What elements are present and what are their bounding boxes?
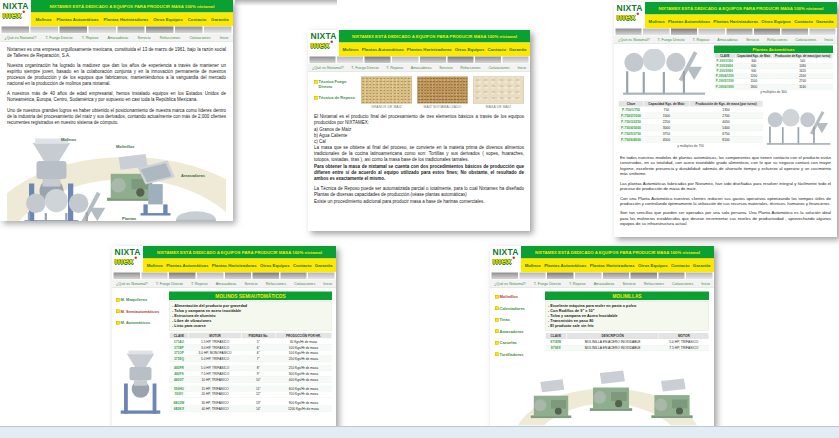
main-nav-link[interactable]: Garantía [315,263,332,268]
nixtamal-top-row: Técnica Fuego DirectoTécnica de Reposo G… [314,77,524,109]
sub-nav-link[interactable]: Amasadoras [411,65,432,70]
nixtamex-logo[interactable]: NIXTA mex [308,30,339,56]
sub-nav-link[interactable]: Amasadoras [717,37,738,42]
main-nav-link[interactable]: Plantas Automáticas [166,263,208,268]
sub-nav-link[interactable]: Cotizaciones [189,35,210,40]
sub-nav-link[interactable]: T. Reposo [569,281,586,286]
sidebar-link[interactable]: Técnica de Reposo [314,96,361,101]
sub-nav-link[interactable]: Inicio [701,281,710,286]
table-cell: MOLINILLA EN ACERO INOXIDABLE [566,345,659,351]
main-nav-link[interactable]: Otros Equipos [260,263,290,268]
sub-nav-link[interactable]: T. Fuego Directo [45,35,72,40]
sidebar-link[interactable]: Cazuelas [495,341,545,346]
sub-nav-link[interactable]: ¿Qué es Nixtamal? [618,37,650,42]
sub-nav-link[interactable]: Servicio [746,37,759,42]
main-nav-link[interactable]: Contacto [293,263,312,268]
main-nav-link[interactable]: Molinos [649,19,665,24]
sub-nav-link[interactable]: Inicio [323,281,332,286]
sub-nav-link[interactable]: Refacciones [460,65,480,70]
sub-nav-link[interactable]: T. Fuego Directo [351,65,378,70]
sub-nav-link[interactable]: Servicio [244,281,257,286]
sub-nav-link[interactable]: Cotizaciones [488,65,509,70]
main-nav-link[interactable]: Garantía [693,263,710,268]
main-nav-link[interactable]: Plantas Automáticas [544,263,586,268]
machine-label-plantas[interactable]: Plantas [122,216,136,221]
main-nav-link[interactable]: Garantía [816,19,833,24]
sidebar-link[interactable]: Molinillos [495,295,545,300]
sub-nav-link[interactable]: T. Reposo [82,35,99,40]
nixtamex-logo[interactable]: NIXTA mex [490,246,521,272]
machine-thumbnails-strip [490,272,714,280]
sub-nav-link[interactable]: Cotizaciones [294,281,315,286]
sub-nav-link[interactable]: ¿Qué es Nixtamal? [494,281,526,286]
sub-nav-link[interactable]: T. Fuego Directo [156,281,183,286]
sidebar-link[interactable]: M. Maquileros [116,298,169,303]
logo-dot-icon [637,13,640,16]
machine-label-molinillos[interactable]: Molinillos [116,144,134,149]
machine-label-molinos[interactable]: Molinos [61,137,76,142]
thumbnail-block [30,27,57,34]
sidebar-link[interactable]: Tinas [495,318,545,323]
sub-nav-link[interactable]: Amasadoras [216,281,237,286]
main-nav-link[interactable]: Plantas Automáticas [668,19,710,24]
sub-nav-link[interactable]: T. Reposo [693,37,710,42]
sidebar-link[interactable]: Calentadores [495,306,545,311]
sub-nav-link[interactable]: Refacciones [266,281,286,286]
nixtamex-logo[interactable]: NIXTA mex [112,246,143,272]
site-header: NIXTA mex NIXTAMEX ESTÁ DEDICADO A EQUIP… [0,0,233,26]
sub-nav-link[interactable]: Cotizaciones [672,281,693,286]
sub-nav-link[interactable]: Amasadoras [594,281,615,286]
sub-nav-link[interactable]: Inicio [824,37,833,42]
main-nav-link[interactable]: Garantía [211,17,228,22]
sidebar-link[interactable]: M. Semiautomáticos [116,309,169,314]
nixtamex-logo[interactable]: NIXTA mex [614,2,645,28]
maiz-nixtamalizado-image [417,77,468,104]
main-nav-link[interactable]: Otros Equipos [455,47,485,52]
sub-nav-link[interactable]: T. Reposo [386,65,403,70]
sub-nav-link[interactable]: Inicio [517,65,526,70]
main-nav-link[interactable]: Plantas Automáticas [57,17,99,22]
main-nav-link[interactable]: Molinos [525,263,541,268]
sub-nav-link[interactable]: Refacciones [767,37,787,42]
main-nav-link[interactable]: Molinos [343,47,359,52]
main-nav-link[interactable]: Otros Equipos [153,17,183,22]
thumbnail-block [658,273,684,280]
sub-nav-link[interactable]: Servicio [622,281,635,286]
nixtamex-logo[interactable]: NIXTA mex [0,0,31,26]
sub-nav-link[interactable]: ¿Qué es Nixtamal? [312,65,344,70]
main-nav-link[interactable]: Contacto [794,19,813,24]
main-nav-link[interactable]: Plantas Harinizadoras [212,263,257,268]
main-nav-link[interactable]: Plantas Harinizadoras [590,263,635,268]
sub-nav-link[interactable]: Servicio [138,35,151,40]
main-nav-link[interactable]: Otros Equipos [638,263,668,268]
window-molinos-semiautomaticos: NIXTA mex NIXTAMEX ESTÁ DEDICADO A EQUIP… [112,246,336,427]
sub-nav-link[interactable]: Servicio [439,65,452,70]
main-nav-link[interactable]: Contacto [671,263,690,268]
main-nav-link[interactable]: Molinos [147,263,163,268]
machine-label-amasadoras[interactable]: Amasadoras [181,173,205,178]
sidebar-link[interactable]: Amasadoras [495,329,545,334]
main-nav-link[interactable]: Contacto [487,47,506,52]
sub-nav-link[interactable]: T. Fuego Directo [534,281,561,286]
sidebar-link[interactable]: Tortilladoras [495,352,545,357]
main-nav-link[interactable]: Plantas Harinizadoras [713,19,758,24]
sub-nav-link[interactable]: ¿Qué es Nixtamal? [116,281,148,286]
sub-nav-link[interactable]: T. Reposo [191,281,208,286]
main-nav-link[interactable]: Garantía [509,47,526,52]
sub-nav-link[interactable]: Refacciones [644,281,664,286]
sub-nav-link[interactable]: Amasadoras [108,35,129,40]
main-nav-link[interactable]: Plantas Automáticas [362,47,404,52]
sub-nav-link[interactable]: ¿Qué es Nixtamal? [5,35,37,40]
main-nav-link[interactable]: Plantas Harinizadoras [103,17,148,22]
main-nav-link[interactable]: Contacto [188,17,207,22]
main-nav-link[interactable]: Plantas Harinizadoras [407,47,452,52]
sub-nav-link[interactable]: Refacciones [160,35,180,40]
sidebar-link[interactable]: Técnica Fuego Directo [314,80,361,89]
sub-nav-link[interactable]: Cotizaciones [795,37,816,42]
main-nav: MolinosPlantas AutomáticasPlantas Harini… [143,259,336,273]
sub-nav-link[interactable]: Inicio [220,35,229,40]
main-nav-link[interactable]: Molinos [35,17,51,22]
sidebar-link[interactable]: M. Automáticos [116,321,169,326]
sub-nav-link[interactable]: T. Fuego Directo [658,37,685,42]
main-nav-link[interactable]: Otros Equipos [761,19,791,24]
